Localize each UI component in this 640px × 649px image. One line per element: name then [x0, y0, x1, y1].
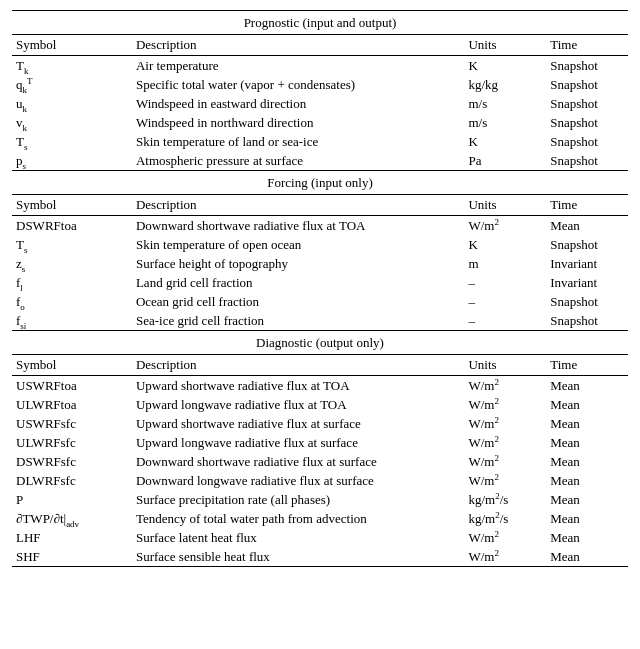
- units-cell: W/m2: [464, 414, 546, 433]
- time-cell: Mean: [546, 216, 628, 236]
- symbol-cell: qkT: [12, 75, 132, 94]
- symbol-cell: DLWRFsfc: [12, 471, 132, 490]
- time-cell: Snapshot: [546, 292, 628, 311]
- col-label-0-0: Symbol: [12, 35, 132, 56]
- units-cell: –: [464, 273, 546, 292]
- time-cell: Mean: [546, 376, 628, 396]
- data-row: foOcean grid cell fraction–Snapshot: [12, 292, 628, 311]
- units-cell: –: [464, 311, 546, 331]
- symbol-cell: vk: [12, 113, 132, 132]
- description-cell: Windspeed in eastward direction: [132, 94, 465, 113]
- col-label-0-1: Description: [132, 35, 465, 56]
- description-cell: Specific total water (vapor + condensate…: [132, 75, 465, 94]
- data-row: TkAir temperatureKSnapshot: [12, 56, 628, 76]
- description-cell: Skin temperature of land or sea-ice: [132, 132, 465, 151]
- time-cell: Mean: [546, 452, 628, 471]
- description-cell: Downward shortwave radiative flux at TOA: [132, 216, 465, 236]
- col-label-2-2: Units: [464, 355, 546, 376]
- description-cell: Land grid cell fraction: [132, 273, 465, 292]
- symbol-cell: ULWRFtoa: [12, 395, 132, 414]
- data-row: USWRFtoaUpward shortwave radiative flux …: [12, 376, 628, 396]
- data-row: ULWRFsfcUpward longwave radiative flux a…: [12, 433, 628, 452]
- col-label-1-1: Description: [132, 195, 465, 216]
- symbol-cell: zs: [12, 254, 132, 273]
- units-cell: kg/m2/s: [464, 509, 546, 528]
- units-cell: W/m2: [464, 395, 546, 414]
- data-row: LHFSurface latent heat fluxW/m2Mean: [12, 528, 628, 547]
- units-cell: m/s: [464, 94, 546, 113]
- time-cell: Snapshot: [546, 75, 628, 94]
- data-row: TsSkin temperature of open oceanKSnapsho…: [12, 235, 628, 254]
- description-cell: Surface precipitation rate (all phases): [132, 490, 465, 509]
- description-cell: Atmospheric pressure at surface: [132, 151, 465, 171]
- time-cell: Snapshot: [546, 132, 628, 151]
- units-cell: –: [464, 292, 546, 311]
- description-cell: Tendency of total water path from advect…: [132, 509, 465, 528]
- symbol-cell: USWRFsfc: [12, 414, 132, 433]
- symbol-cell: Ts: [12, 235, 132, 254]
- symbol-cell: ps: [12, 151, 132, 171]
- description-cell: Upward shortwave radiative flux at surfa…: [132, 414, 465, 433]
- units-cell: W/m2: [464, 547, 546, 567]
- section-title-2: Diagnostic (output only): [12, 331, 628, 355]
- description-cell: Surface latent heat flux: [132, 528, 465, 547]
- time-cell: Invariant: [546, 254, 628, 273]
- description-cell: Air temperature: [132, 56, 465, 76]
- time-cell: Mean: [546, 471, 628, 490]
- col-label-2-1: Description: [132, 355, 465, 376]
- units-cell: W/m2: [464, 376, 546, 396]
- col-label-1-0: Symbol: [12, 195, 132, 216]
- units-cell: K: [464, 56, 546, 76]
- col-label-0-2: Units: [464, 35, 546, 56]
- units-cell: m: [464, 254, 546, 273]
- section-header-2: Diagnostic (output only): [12, 331, 628, 355]
- description-cell: Skin temperature of open ocean: [132, 235, 465, 254]
- time-cell: Mean: [546, 395, 628, 414]
- time-cell: Mean: [546, 414, 628, 433]
- description-cell: Downward longwave radiative flux at surf…: [132, 471, 465, 490]
- time-cell: Snapshot: [546, 94, 628, 113]
- data-row: DSWRFsfcDownward shortwave radiative flu…: [12, 452, 628, 471]
- data-row: flLand grid cell fraction–Invariant: [12, 273, 628, 292]
- units-cell: Pa: [464, 151, 546, 171]
- units-cell: W/m2: [464, 433, 546, 452]
- data-row: ukWindspeed in eastward directionm/sSnap…: [12, 94, 628, 113]
- description-cell: Windspeed in northward direction: [132, 113, 465, 132]
- time-cell: Mean: [546, 509, 628, 528]
- data-row: psAtmospheric pressure at surfacePaSnaps…: [12, 151, 628, 171]
- description-cell: Ocean grid cell fraction: [132, 292, 465, 311]
- data-row: PSurface precipitation rate (all phases)…: [12, 490, 628, 509]
- data-row: USWRFsfcUpward shortwave radiative flux …: [12, 414, 628, 433]
- time-cell: Mean: [546, 490, 628, 509]
- time-cell: Snapshot: [546, 56, 628, 76]
- units-cell: W/m2: [464, 452, 546, 471]
- data-row: ULWRFtoaUpward longwave radiative flux a…: [12, 395, 628, 414]
- symbol-cell: fl: [12, 273, 132, 292]
- units-cell: kg/m2/s: [464, 490, 546, 509]
- time-cell: Snapshot: [546, 235, 628, 254]
- time-cell: Mean: [546, 547, 628, 567]
- symbol-cell: DSWRFtoa: [12, 216, 132, 236]
- time-cell: Invariant: [546, 273, 628, 292]
- description-cell: Surface height of topography: [132, 254, 465, 273]
- data-row: DLWRFsfcDownward longwave radiative flux…: [12, 471, 628, 490]
- symbol-cell: DSWRFsfc: [12, 452, 132, 471]
- data-row: SHFSurface sensible heat fluxW/m2Mean: [12, 547, 628, 567]
- data-row: zsSurface height of topographymInvariant: [12, 254, 628, 273]
- description-cell: Surface sensible heat flux: [132, 547, 465, 567]
- units-cell: W/m2: [464, 471, 546, 490]
- units-cell: W/m2: [464, 216, 546, 236]
- symbol-cell: fo: [12, 292, 132, 311]
- description-cell: Sea-ice grid cell fraction: [132, 311, 465, 331]
- col-label-1-3: Time: [546, 195, 628, 216]
- col-header-2: SymbolDescriptionUnitsTime: [12, 355, 628, 376]
- units-cell: W/m2: [464, 528, 546, 547]
- col-label-2-3: Time: [546, 355, 628, 376]
- symbol-cell: ULWRFsfc: [12, 433, 132, 452]
- data-row: TsSkin temperature of land or sea-iceKSn…: [12, 132, 628, 151]
- main-table: Prognostic (input and output)SymbolDescr…: [12, 10, 628, 567]
- data-row: qkTSpecific total water (vapor + condens…: [12, 75, 628, 94]
- symbol-cell: Tk: [12, 56, 132, 76]
- description-cell: Upward longwave radiative flux at TOA: [132, 395, 465, 414]
- description-cell: Upward longwave radiative flux at surfac…: [132, 433, 465, 452]
